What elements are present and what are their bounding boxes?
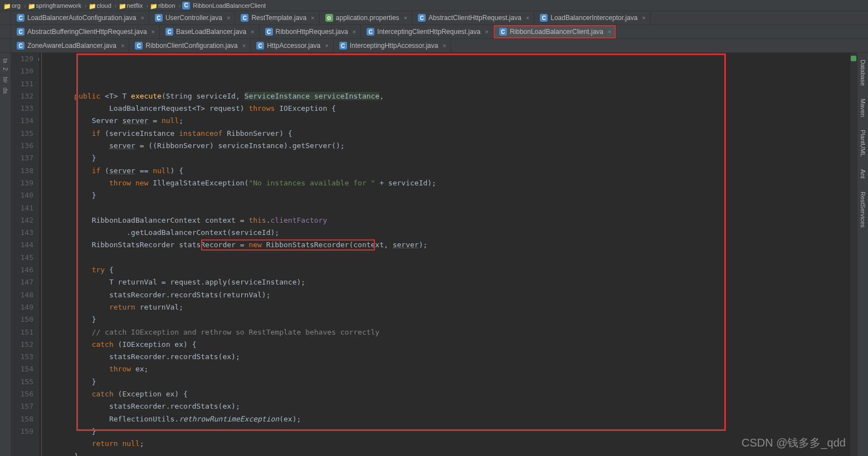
java-icon: C (165, 28, 173, 36)
tab-zoneawareloadbalancer[interactable]: CZoneAwareLoadBalancer.java× (11, 39, 129, 52)
tab-httpaccessor[interactable]: CHttpAccessor.java× (251, 39, 333, 52)
tabs-row-3: CZoneAwareLoadBalancer.java× CRibbonClie… (0, 39, 868, 53)
tab-abstractbufferingclienthttprequest[interactable]: CAbstractBufferingClientHttpRequest.java… (11, 25, 160, 38)
breadcrumb: 📁org› 📁springframework› 📁cloud› 📁netflix… (0, 0, 868, 11)
java-icon: C (339, 42, 347, 50)
crumb-ribbon[interactable]: 📁ribbon (150, 2, 175, 9)
tab-loadbalancerinterceptor[interactable]: CLoadBalancerInterceptor.java× (534, 11, 651, 24)
folder-icon: 📁 (28, 3, 35, 8)
folder-icon: 📁 (3, 3, 10, 8)
close-icon[interactable]: × (442, 42, 446, 49)
code-editor[interactable]: public <T> T execute(String serviceId, S… (52, 53, 850, 456)
highlight-box-inline (201, 239, 375, 251)
close-icon[interactable]: × (152, 28, 155, 35)
tool-maven[interactable]: Maven (860, 96, 866, 119)
crumb-cloud[interactable]: 📁cloud (89, 2, 111, 9)
folder-icon: 📁 (150, 3, 157, 8)
java-icon: C (17, 14, 25, 22)
close-icon[interactable]: × (485, 28, 488, 35)
close-icon[interactable]: × (608, 28, 611, 35)
java-icon: C (155, 14, 163, 22)
folder-icon: 📁 (89, 3, 95, 8)
tool-database[interactable]: Database (860, 57, 866, 88)
error-stripe[interactable] (850, 53, 857, 456)
java-icon: C (499, 28, 507, 36)
java-icon: C (17, 42, 25, 50)
java-icon: C (135, 42, 143, 50)
close-icon[interactable]: × (121, 42, 124, 49)
close-icon[interactable]: × (353, 28, 356, 35)
java-icon: C (367, 28, 374, 36)
tool-plantuml[interactable]: PlantUML (860, 128, 866, 159)
analysis-ok-icon (851, 56, 856, 61)
tab-applicationproperties[interactable]: ⚙application.properties× (320, 11, 413, 24)
close-icon[interactable]: × (251, 28, 254, 35)
close-icon[interactable]: × (242, 42, 246, 49)
tab-interceptinghttpaccessor[interactable]: CInterceptingHttpAccessor.java× (334, 39, 451, 52)
tab-interceptingclienthttprequest[interactable]: CInterceptingClientHttpRequest.java× (361, 25, 494, 38)
java-icon: C (540, 14, 548, 22)
close-icon[interactable]: × (404, 14, 407, 21)
crumb-springframework[interactable]: 📁springframework (28, 2, 81, 9)
tab-resttemplate[interactable]: CRestTemplate.java× (235, 11, 319, 24)
close-icon[interactable]: × (526, 14, 529, 21)
tab-abstractclienthttprequest[interactable]: CAbstractClientHttpRequest.java× (412, 11, 534, 24)
close-icon[interactable]: × (642, 14, 645, 21)
tool-restservices[interactable]: RestServices (860, 189, 866, 230)
left-tool-item[interactable]: ta (2, 58, 8, 63)
java-icon: C (265, 28, 273, 36)
line-gutter[interactable]: 129 o↑ 130131132 133134135 136137138 139… (11, 53, 39, 456)
tab-loadbalancerautoconfiguration[interactable]: CLoadBalancerAutoConfiguration.java× (11, 11, 149, 24)
tabs-row-1: CLoadBalancerAutoConfiguration.java× CUs… (0, 11, 868, 25)
properties-icon: ⚙ (325, 14, 333, 22)
tabs-row-2: CAbstractBufferingClientHttpRequest.java… (0, 25, 868, 39)
left-tool-item[interactable]: bir (2, 77, 8, 83)
right-toolbar: Database Maven PlantUML Ant RestServices (857, 53, 868, 456)
crumb-org[interactable]: 📁org (3, 2, 21, 9)
editor-area: ta 2: bir da 129 o↑ 130131132 133134135 … (0, 53, 868, 456)
class-icon: C (182, 2, 190, 9)
tab-ribbonhttprequest[interactable]: CRibbonHttpRequest.java× (260, 25, 362, 38)
crumb-class[interactable]: CRibbonLoadBalancerClient (182, 2, 266, 9)
tool-ant[interactable]: Ant (860, 167, 866, 181)
java-icon: C (17, 28, 25, 36)
close-icon[interactable]: × (227, 14, 230, 21)
tab-ribbonloadbalancerclient[interactable]: CRibbonLoadBalancerClient.java× (494, 25, 616, 38)
left-tool-item[interactable]: 2: (2, 67, 8, 72)
java-icon: C (256, 42, 264, 50)
watermark: CSDN @钱多多_qdd (742, 435, 846, 450)
fold-strip[interactable] (39, 53, 52, 456)
left-toolbar: ta 2: bir da (0, 53, 11, 456)
java-icon: C (418, 14, 426, 22)
tab-ribbonclientconfiguration[interactable]: CRibbonClientConfiguration.java× (129, 39, 251, 52)
left-tool-item[interactable]: da (2, 87, 8, 94)
java-icon: C (241, 14, 248, 22)
close-icon[interactable]: × (311, 14, 314, 21)
close-icon[interactable]: × (325, 42, 328, 49)
close-icon[interactable]: × (140, 14, 144, 21)
tab-baseloadbalancer[interactable]: CBaseLoadBalancer.java× (160, 25, 260, 38)
tab-usercontroller[interactable]: CUserController.java× (149, 11, 235, 24)
crumb-netflix[interactable]: 📁netflix (119, 2, 143, 9)
folder-icon: 📁 (119, 3, 125, 8)
